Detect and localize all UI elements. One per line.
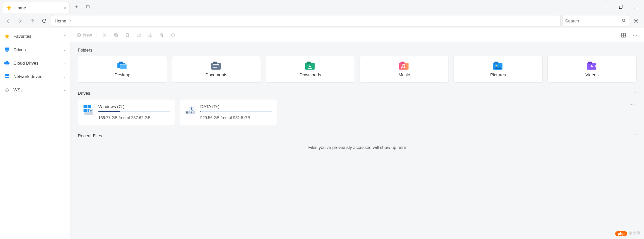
sidebar-item-cloud-drives[interactable]: Cloud Drives ⌄ xyxy=(0,56,70,70)
settings-button[interactable] xyxy=(631,15,641,26)
collapse-drives-icon[interactable]: ⌃ xyxy=(634,91,637,95)
new-button-label: New xyxy=(83,32,92,37)
drives-more-button[interactable] xyxy=(627,99,637,109)
content-area: Folders ⌃ Desktop Documents Downloads xyxy=(70,42,644,239)
back-button[interactable] xyxy=(3,15,13,26)
breadcrumb-home[interactable]: Home xyxy=(55,18,66,23)
svg-rect-0 xyxy=(87,5,89,8)
drive-free-text: 166.77 GB free of 237.62 GB xyxy=(98,115,170,120)
linux-icon xyxy=(4,87,10,93)
svg-rect-36 xyxy=(307,62,311,64)
svg-point-26 xyxy=(636,34,637,35)
svg-rect-46 xyxy=(588,66,588,67)
share-button xyxy=(145,30,155,40)
drive-usage-bar xyxy=(98,111,170,112)
desktop-folder-icon xyxy=(117,62,128,70)
network-icon xyxy=(4,73,10,79)
address-bar[interactable]: Home xyxy=(51,15,561,26)
nav-row: Home xyxy=(0,13,644,28)
delete-button xyxy=(157,30,167,40)
forward-button[interactable] xyxy=(15,15,25,26)
up-button[interactable] xyxy=(27,15,38,26)
collapse-recent-icon[interactable]: ⌃ xyxy=(634,134,637,138)
svg-rect-8 xyxy=(5,74,9,76)
svg-rect-21 xyxy=(137,34,140,36)
window-controls xyxy=(598,0,644,13)
drives-title: Drives xyxy=(78,91,90,96)
drive-name: Windows (C:) xyxy=(98,104,170,109)
chevron-down-icon[interactable]: ⌄ xyxy=(63,61,66,65)
sidebar-item-wsl[interactable]: WSL ⌄ xyxy=(0,83,70,96)
svg-rect-38 xyxy=(400,62,405,64)
layout-button[interactable] xyxy=(619,30,629,40)
folder-videos[interactable]: Videos xyxy=(547,56,637,83)
sidebar-item-label: Favorites xyxy=(13,34,31,39)
recent-empty-text: Files you've previously accessed will sh… xyxy=(78,142,637,153)
more-button[interactable] xyxy=(630,30,640,40)
cut-button xyxy=(100,30,110,40)
svg-rect-53 xyxy=(88,105,91,108)
music-folder-icon xyxy=(398,62,410,70)
drives-header: Drives ⌃ xyxy=(78,91,637,96)
svg-rect-6 xyxy=(5,48,9,51)
svg-rect-28 xyxy=(119,62,123,64)
drive-c[interactable]: Windows (C:) 166.77 GB free of 237.62 GB xyxy=(78,99,175,125)
folder-label: Desktop xyxy=(114,72,130,77)
tab-overview-button[interactable] xyxy=(83,2,93,11)
folder-desktop[interactable]: Desktop xyxy=(78,56,167,83)
search-input[interactable] xyxy=(565,18,622,23)
svg-rect-31 xyxy=(213,62,217,64)
chevron-down-icon[interactable]: ⌄ xyxy=(63,88,66,92)
paste-button xyxy=(122,30,132,40)
minimize-button[interactable] xyxy=(598,0,613,13)
chevron-down-icon[interactable]: ⌄ xyxy=(63,75,66,78)
svg-rect-9 xyxy=(5,77,9,79)
documents-folder-icon xyxy=(211,62,222,70)
svg-rect-34 xyxy=(213,67,217,68)
sidebar-item-network-drives[interactable]: Network drives ⌄ xyxy=(0,70,70,83)
toolbar: New xyxy=(70,28,644,42)
drive-d[interactable]: DATA (D:) 929.56 GB free of 931.5 GB xyxy=(180,99,277,125)
watermark-badge: php xyxy=(615,231,627,236)
videos-folder-icon xyxy=(586,62,598,70)
star-icon xyxy=(4,33,10,39)
chevron-down-icon[interactable]: ⌄ xyxy=(63,48,66,52)
rename-button xyxy=(134,30,144,40)
maximize-button[interactable] xyxy=(613,0,629,13)
svg-rect-50 xyxy=(595,66,596,67)
tab-title: Home xyxy=(14,5,26,10)
home-icon xyxy=(6,5,12,11)
sidebar: Favorites ⌃ Drives ⌄ Cloud Drives ⌄ Netw… xyxy=(0,28,70,239)
copy-button xyxy=(111,30,121,40)
new-button[interactable]: New xyxy=(74,30,94,40)
titlebar: Home × xyxy=(0,0,644,13)
svg-rect-47 xyxy=(588,68,588,68)
svg-point-24 xyxy=(633,34,634,35)
new-tab-button[interactable] xyxy=(72,2,81,11)
folder-documents[interactable]: Documents xyxy=(172,56,261,83)
close-button[interactable] xyxy=(629,0,644,13)
search-icon[interactable] xyxy=(622,18,626,23)
folder-music[interactable]: Music xyxy=(360,56,449,83)
folder-pictures[interactable]: Pictures xyxy=(453,56,543,83)
svg-point-11 xyxy=(6,90,8,92)
svg-rect-29 xyxy=(120,64,127,69)
drive-name: DATA (D:) xyxy=(200,104,272,109)
pictures-folder-icon xyxy=(492,62,504,70)
drives-row: Windows (C:) 166.77 GB free of 237.62 GB… xyxy=(78,99,637,125)
svg-rect-18 xyxy=(114,33,117,36)
svg-rect-7 xyxy=(6,51,8,52)
svg-rect-62 xyxy=(191,111,192,113)
tab-home[interactable]: Home × xyxy=(3,2,70,13)
chevron-up-icon[interactable]: ⌃ xyxy=(63,34,66,38)
refresh-button[interactable] xyxy=(39,15,50,26)
svg-point-63 xyxy=(630,104,630,104)
svg-rect-44 xyxy=(588,64,588,64)
search-box[interactable] xyxy=(562,15,629,26)
sidebar-item-favorites[interactable]: Favorites ⌃ xyxy=(0,29,70,43)
sidebar-item-label: Cloud Drives xyxy=(13,61,38,66)
tab-close-icon[interactable]: × xyxy=(63,5,66,11)
collapse-folders-icon[interactable]: ⌃ xyxy=(634,48,637,52)
sidebar-item-drives[interactable]: Drives ⌄ xyxy=(0,43,70,56)
folder-downloads[interactable]: Downloads xyxy=(266,56,355,83)
